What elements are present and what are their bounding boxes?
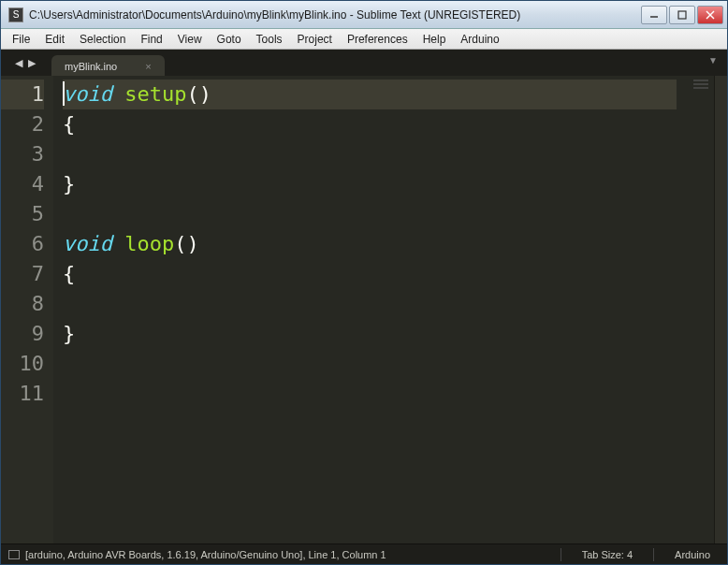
menu-view[interactable]: View <box>170 31 210 48</box>
status-separator <box>653 548 654 561</box>
minimize-icon <box>649 10 659 20</box>
menu-edit[interactable]: Edit <box>37 31 72 48</box>
line-number: 2 <box>1 109 44 139</box>
vertical-scrollbar[interactable] <box>714 76 727 543</box>
text-caret <box>63 81 65 106</box>
code-line[interactable]: } <box>63 169 677 199</box>
minimize-button[interactable] <box>641 6 667 24</box>
code-line[interactable]: } <box>63 319 677 349</box>
window-title: C:\Users\Administrator\Documents\Arduino… <box>29 8 641 22</box>
line-number: 10 <box>1 349 44 379</box>
menu-goto[interactable]: Goto <box>210 31 249 48</box>
gutter: 1234567891011 <box>1 76 53 543</box>
editor[interactable]: 1234567891011 void setup(){}void loop(){… <box>1 76 727 543</box>
tab-nav: ◀ ▶ <box>5 50 46 76</box>
code-line[interactable] <box>63 139 677 169</box>
menu-tools[interactable]: Tools <box>249 31 290 48</box>
window-titlebar: S C:\Users\Administrator\Documents\Ardui… <box>1 1 727 29</box>
menu-project[interactable]: Project <box>290 31 340 48</box>
code-line[interactable] <box>63 289 677 319</box>
menu-preferences[interactable]: Preferences <box>340 31 415 48</box>
line-number: 4 <box>1 169 44 199</box>
menu-help[interactable]: Help <box>415 31 454 48</box>
statusbar: [arduino, Arduino AVR Boards, 1.6.19, Ar… <box>1 543 727 564</box>
token <box>112 82 124 106</box>
app-icon: S <box>8 7 23 22</box>
menubar: File Edit Selection Find View Goto Tools… <box>1 29 727 50</box>
minimap[interactable] <box>677 76 714 543</box>
token: { <box>63 262 75 285</box>
status-syntax[interactable]: Arduino <box>665 549 720 560</box>
status-left: [arduino, Arduino AVR Boards, 1.6.19, Ar… <box>8 549 549 560</box>
line-number: 6 <box>1 229 44 259</box>
token: } <box>63 322 75 345</box>
minimap-preview <box>693 80 708 91</box>
menu-arduino[interactable]: Arduino <box>453 31 506 48</box>
token: void <box>63 82 112 106</box>
status-separator <box>561 548 561 561</box>
line-number: 9 <box>1 319 44 349</box>
menu-selection[interactable]: Selection <box>72 31 133 48</box>
token: { <box>63 112 75 136</box>
token: setup <box>124 82 186 106</box>
line-number: 3 <box>1 139 44 169</box>
token: void <box>63 232 112 255</box>
token: () <box>186 82 211 106</box>
code-line[interactable] <box>63 199 677 229</box>
status-info: [arduino, Arduino AVR Boards, 1.6.19, Ar… <box>25 549 386 560</box>
code-line[interactable]: { <box>63 259 677 289</box>
token: loop <box>124 232 174 255</box>
menu-find[interactable]: Find <box>133 31 169 48</box>
tab-close-icon[interactable]: × <box>145 61 151 72</box>
svg-rect-1 <box>678 11 686 19</box>
code-line[interactable] <box>63 349 677 379</box>
maximize-icon <box>677 10 687 20</box>
tab-myblink[interactable]: myBlink.ino × <box>51 55 165 76</box>
code-line[interactable]: { <box>63 109 677 139</box>
tab-back-icon[interactable]: ◀ <box>12 57 25 69</box>
line-number: 11 <box>1 379 44 409</box>
tab-overflow-icon[interactable]: ▼ <box>708 55 718 65</box>
close-button[interactable] <box>697 6 723 24</box>
code-area[interactable]: void setup(){}void loop(){} <box>53 76 677 543</box>
code-line[interactable]: void setup() <box>63 80 677 109</box>
window-controls <box>641 6 723 24</box>
line-number: 8 <box>1 289 44 319</box>
line-number: 1 <box>1 80 44 109</box>
maximize-button[interactable] <box>669 6 695 24</box>
close-icon <box>706 10 715 20</box>
status-panel-icon[interactable] <box>8 550 20 559</box>
tab-label: myBlink.ino <box>65 61 117 72</box>
token <box>112 232 124 255</box>
token: } <box>63 172 75 196</box>
line-number: 5 <box>1 199 44 229</box>
menu-file[interactable]: File <box>5 31 37 48</box>
line-number: 7 <box>1 259 44 289</box>
code-line[interactable] <box>63 379 677 409</box>
status-tabsize[interactable]: Tab Size: 4 <box>573 549 642 560</box>
tabstrip: ◀ ▶ myBlink.ino × ▼ <box>1 50 727 76</box>
tab-forward-icon[interactable]: ▶ <box>25 57 38 69</box>
token: () <box>174 232 199 255</box>
code-line[interactable]: void loop() <box>63 229 677 259</box>
